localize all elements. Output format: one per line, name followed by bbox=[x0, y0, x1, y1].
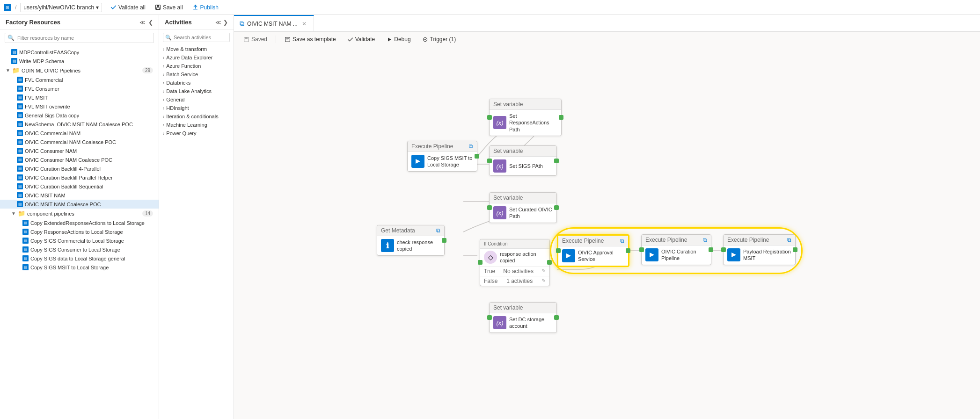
node-exec-curation[interactable]: Execute Pipeline ⧉ OIVIC CurationPipelin… bbox=[641, 234, 711, 265]
pipeline-canvas[interactable]: Get Metadata ⧉ ℹ check response copied E… bbox=[234, 47, 980, 419]
tree-item-copy-sigs-commercial[interactable]: ▤ Copy SIGS Commercial to Local Storage bbox=[0, 236, 159, 245]
validate-button[interactable]: Validate bbox=[344, 35, 378, 44]
save-as-template-button[interactable]: Save as template bbox=[282, 35, 339, 44]
node-input-connector[interactable] bbox=[487, 205, 492, 210]
node-input-connector[interactable] bbox=[487, 315, 492, 320]
tree-item-write-mdp[interactable]: ▤ Write MDP Schema bbox=[0, 57, 159, 65]
node-output-connector[interactable] bbox=[442, 238, 446, 243]
external-link-icon[interactable]: ⧉ bbox=[436, 227, 440, 234]
tree-item-oivic-consumer-nam-poc[interactable]: ▤ OIVIC Consumer NAM Coalesce POC bbox=[0, 155, 159, 164]
tree-item-fvl-msit-overwrite[interactable]: ▤ FVL MSIT overwrite bbox=[0, 102, 159, 111]
pipeline-icon: ▤ bbox=[22, 220, 29, 226]
activity-group-machine-learning[interactable]: › Machine Learning bbox=[159, 121, 234, 129]
node-input-connector[interactable] bbox=[721, 247, 726, 252]
node-output-connector[interactable] bbox=[547, 260, 552, 265]
saved-indicator: Saved bbox=[241, 35, 270, 44]
tree-item-copy-response[interactable]: ▤ Copy ResponseActions to Local Storage bbox=[0, 227, 159, 236]
node-set-var-dc[interactable]: Set variable (x) Set DC storageaccount bbox=[489, 302, 557, 333]
activity-group-iteration-conditionals[interactable]: › Iteration & conditionals bbox=[159, 112, 234, 121]
external-link-icon[interactable]: ⧉ bbox=[703, 237, 707, 243]
canvas-tab-oivic[interactable]: ⧉ OIVIC MSIT NAM ... ✕ bbox=[234, 15, 314, 31]
node-header-get-metadata: Get Metadata ⧉ bbox=[377, 225, 444, 236]
edit-icon[interactable]: ✎ bbox=[541, 268, 546, 274]
top-bar: ⊞ / users/yihl/NewOIVIC branch ▾ Validat… bbox=[0, 0, 980, 15]
activity-group-azure-data-explorer[interactable]: › Azure Data Explorer bbox=[159, 53, 234, 62]
expand-icon[interactable]: ❮ bbox=[148, 19, 153, 26]
tree-item-copy-sigs-consumer[interactable]: ▤ Copy SIGS Consumer to Local Storage bbox=[0, 245, 159, 254]
folder-icon: 📁 bbox=[18, 210, 25, 217]
tree-item-copy-sigs-general[interactable]: ▤ Copy SIGS data to Local Storage genera… bbox=[0, 254, 159, 263]
home-icon[interactable]: ⊞ bbox=[4, 4, 11, 11]
publish-button[interactable]: Publish bbox=[190, 3, 220, 12]
activity-group-power-query[interactable]: › Power Query bbox=[159, 129, 234, 137]
tree-item-mdp-copy[interactable]: ▤ MDPControllistEAASCopy bbox=[0, 48, 159, 57]
node-output-connector[interactable] bbox=[554, 205, 559, 210]
node-exec-approval[interactable]: Execute Pipeline ⧉ OIVIC ApprovalService bbox=[557, 234, 629, 267]
search-icon: 🔍 bbox=[7, 35, 15, 41]
tree-item-fvl-commercial[interactable]: ▤ FVL Commercial bbox=[0, 75, 159, 84]
activities-search-input[interactable] bbox=[163, 33, 230, 42]
chevron-right-icon: › bbox=[163, 64, 164, 69]
activity-group-databricks[interactable]: › Databricks bbox=[159, 79, 234, 87]
external-link-icon[interactable]: ⧉ bbox=[787, 237, 791, 243]
factory-search-input[interactable] bbox=[5, 33, 154, 43]
tree-item-copy-sigs-msit[interactable]: ▤ Copy SIGS MSIT to Local Storage bbox=[0, 263, 159, 272]
node-input-connector[interactable] bbox=[556, 248, 561, 253]
tree-item-oivic-commercial-nam[interactable]: ▤ OIVIC Commercial NAM bbox=[0, 129, 159, 137]
node-input-connector[interactable] bbox=[487, 159, 492, 163]
node-set-var-curated[interactable]: Set variable (x) Set Curated OIVICPath bbox=[489, 192, 557, 223]
collapse-icon[interactable]: ≪ bbox=[139, 19, 146, 26]
activity-group-data-lake-analytics[interactable]: › Data Lake Analytics bbox=[159, 87, 234, 95]
node-output-connector[interactable] bbox=[554, 315, 559, 320]
tree-item-fvl-consumer[interactable]: ▤ FVL Consumer bbox=[0, 84, 159, 93]
node-output-connector[interactable] bbox=[626, 248, 630, 253]
tree-item-newschema[interactable]: ▤ NewSchema_OIVIC MSIT NAM Coalesce POC bbox=[0, 120, 159, 129]
activity-group-move-transform[interactable]: › Move & transform bbox=[159, 45, 234, 53]
tree-item-oivic-msit-nam-poc[interactable]: ▤ OIVIC MSIT NAM Coalesce POC bbox=[0, 200, 159, 209]
edit-icon[interactable]: ✎ bbox=[541, 278, 546, 284]
debug-button[interactable]: Debug bbox=[383, 35, 413, 44]
activities-panel: Activities ≪ ❯ 🔍 › Move & transform › Az… bbox=[159, 15, 234, 419]
node-output-connector[interactable] bbox=[554, 159, 559, 163]
node-set-var-sigs[interactable]: Set variable (x) Set SIGS PAth bbox=[489, 145, 557, 176]
tab-close-button[interactable]: ✕ bbox=[300, 20, 308, 28]
tree-item-general-sigs[interactable]: ▤ General Sigs Data copy bbox=[0, 111, 159, 120]
node-header-if-condition: If Condition bbox=[480, 239, 549, 249]
activity-group-general[interactable]: › General bbox=[159, 95, 234, 104]
validate-all-button[interactable]: Validate all bbox=[109, 3, 147, 12]
external-link-icon[interactable]: ⧉ bbox=[469, 143, 473, 150]
node-output-connector[interactable] bbox=[559, 115, 563, 120]
branch-selector[interactable]: users/yihl/NewOIVIC branch ▾ bbox=[20, 3, 102, 12]
node-input-connector[interactable] bbox=[639, 247, 644, 252]
pipeline-icon: ▤ bbox=[22, 246, 29, 253]
activity-group-hdinsight[interactable]: › HDInsight bbox=[159, 104, 234, 112]
expand-icon[interactable]: ❯ bbox=[223, 19, 228, 26]
tree-item-oivic-msit-nam[interactable]: ▤ OIVIC MSIT NAM bbox=[0, 191, 159, 200]
node-exec-payload[interactable]: Execute Pipeline ⧉ Payload RegistrationM… bbox=[723, 234, 796, 265]
save-all-button[interactable]: Save all bbox=[153, 3, 185, 12]
tree-item-oivic-curation-sequential[interactable]: ▤ OIVIC Curation Backfill Sequential bbox=[0, 182, 159, 191]
tree-item-oivic-curation-4p[interactable]: ▤ OIVIC Curation Backfill 4-Parallel bbox=[0, 164, 159, 173]
node-get-metadata[interactable]: Get Metadata ⧉ ℹ check response copied bbox=[377, 225, 445, 256]
node-if-condition[interactable]: If Condition ◇ response actioncopied Tru… bbox=[480, 239, 550, 286]
node-output-connector[interactable] bbox=[709, 247, 713, 252]
external-link-icon[interactable]: ⧉ bbox=[620, 238, 624, 244]
node-header-exec-payload: Execute Pipeline ⧉ bbox=[724, 235, 795, 246]
node-input-connector[interactable] bbox=[487, 115, 492, 120]
node-output-connector[interactable] bbox=[793, 247, 797, 252]
node-output-connector[interactable] bbox=[475, 154, 479, 159]
trigger-button[interactable]: Trigger (1) bbox=[419, 35, 459, 44]
activity-group-batch-service[interactable]: › Batch Service bbox=[159, 70, 234, 79]
collapse-icon[interactable]: ≪ bbox=[215, 19, 221, 26]
tree-item-oivic-commercial-nam-poc[interactable]: ▤ OIVIC Commercial NAM Coalesce POC bbox=[0, 137, 159, 146]
activity-group-azure-function[interactable]: › Azure Function bbox=[159, 62, 234, 70]
node-set-var-response[interactable]: Set variable (x) Set ResponseActionsPath bbox=[489, 99, 562, 136]
tree-item-oivic-curation-parallel-helper[interactable]: ▤ OIVIC Curation Backfill Parallel Helpe… bbox=[0, 173, 159, 182]
node-input-connector[interactable] bbox=[478, 260, 483, 265]
node-exec-copy-sigs[interactable]: Execute Pipeline ⧉ Copy SIGS MSIT toLoca… bbox=[407, 141, 477, 172]
tree-item-oivic-consumer-nam[interactable]: ▤ OIVIC Consumer NAM bbox=[0, 146, 159, 155]
tree-item-odin-folder[interactable]: ▼ 📁 ODIN ML OIVIC Pipelines 29 bbox=[0, 65, 159, 75]
tree-item-component-folder[interactable]: ▼ 📁 component pipelines 14 bbox=[0, 209, 159, 218]
tree-item-fvl-msit[interactable]: ▤ FVL MSIT bbox=[0, 93, 159, 102]
tree-item-copy-extended[interactable]: ▤ Copy ExtendedResponseActions to Local … bbox=[0, 218, 159, 227]
